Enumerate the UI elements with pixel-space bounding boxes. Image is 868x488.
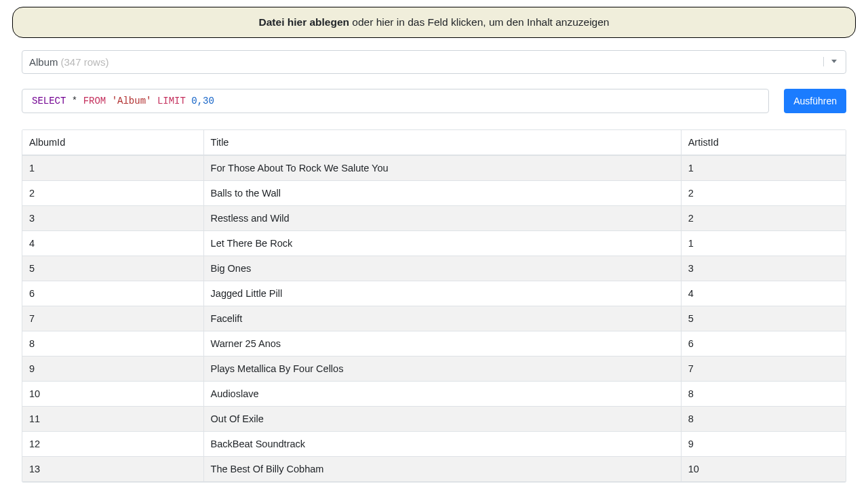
table-row[interactable]: 11Out Of Exile8	[22, 406, 846, 431]
table-cell: 8	[22, 331, 203, 356]
table-cell: 6	[22, 281, 203, 306]
table-row[interactable]: 7Facelift5	[22, 306, 846, 331]
table-row[interactable]: 5Big Ones3	[22, 256, 846, 281]
table-cell: 1	[681, 230, 846, 256]
run-query-button[interactable]: Ausführen	[784, 89, 846, 113]
table-cell: The Best Of Billy Cobham	[203, 456, 681, 481]
table-row[interactable]: 1For Those About To Rock We Salute You1	[22, 155, 846, 181]
table-cell: 3	[681, 256, 846, 281]
table-select[interactable]: Album (347 rows)	[22, 50, 846, 74]
results-table: AlbumId Title ArtistId 1For Those About …	[22, 130, 846, 482]
table-cell: BackBeat Soundtrack	[203, 431, 681, 456]
table-cell: 7	[681, 356, 846, 381]
table-cell: 2	[22, 180, 203, 205]
table-cell: Out Of Exile	[203, 406, 681, 431]
table-cell: 3	[22, 205, 203, 230]
chevron-down-icon	[823, 57, 839, 66]
dropzone-strong-text: Datei hier ablegen	[259, 16, 350, 28]
table-cell: 2	[681, 205, 846, 230]
table-cell: Let There Be Rock	[203, 230, 681, 256]
table-cell: 8	[681, 406, 846, 431]
table-cell: 6	[681, 331, 846, 356]
table-row[interactable]: 2Balls to the Wall2	[22, 180, 846, 205]
table-cell: Audioslave	[203, 381, 681, 406]
table-cell: Jagged Little Pill	[203, 281, 681, 306]
table-row[interactable]: 3Restless and Wild2	[22, 205, 846, 230]
table-row[interactable]: 6Jagged Little Pill4	[22, 281, 846, 306]
table-cell: Restless and Wild	[203, 205, 681, 230]
column-header[interactable]: Title	[203, 130, 681, 155]
table-cell: 1	[22, 155, 203, 181]
table-cell: 13	[22, 456, 203, 481]
column-header[interactable]: AlbumId	[22, 130, 203, 155]
table-select-rowcount: (347 rows)	[61, 55, 109, 69]
table-cell: Big Ones	[203, 256, 681, 281]
file-dropzone[interactable]: Datei hier ablegen oder hier in das Feld…	[12, 7, 856, 38]
table-cell: 9	[681, 431, 846, 456]
table-cell: 2	[681, 180, 846, 205]
table-cell: Warner 25 Anos	[203, 331, 681, 356]
table-cell: Plays Metallica By Four Cellos	[203, 356, 681, 381]
table-row[interactable]: 12BackBeat Soundtrack9	[22, 431, 846, 456]
table-cell: 4	[681, 281, 846, 306]
table-cell: 9	[22, 356, 203, 381]
table-cell: Facelift	[203, 306, 681, 331]
table-row[interactable]: 4Let There Be Rock1	[22, 230, 846, 256]
table-row[interactable]: 10Audioslave8	[22, 381, 846, 406]
table-row[interactable]: 9Plays Metallica By Four Cellos7	[22, 356, 846, 381]
sql-editor[interactable]: SELECT * FROM 'Album' LIMIT 0,30	[22, 89, 769, 113]
column-header[interactable]: ArtistId	[681, 130, 846, 155]
table-cell: 5	[681, 306, 846, 331]
table-cell: 7	[22, 306, 203, 331]
table-cell: 10	[681, 456, 846, 481]
table-cell: 8	[681, 381, 846, 406]
dropzone-rest-text: oder hier in das Feld klicken, um den In…	[349, 16, 609, 28]
table-select-name: Album	[29, 55, 58, 69]
table-header-row: AlbumId Title ArtistId	[22, 130, 846, 155]
table-row[interactable]: 13The Best Of Billy Cobham10	[22, 456, 846, 481]
table-cell: Balls to the Wall	[203, 180, 681, 205]
table-cell: 4	[22, 230, 203, 256]
table-cell: 5	[22, 256, 203, 281]
table-cell: For Those About To Rock We Salute You	[203, 155, 681, 181]
table-cell: 1	[681, 155, 846, 181]
table-cell: 11	[22, 406, 203, 431]
table-row[interactable]: 8Warner 25 Anos6	[22, 331, 846, 356]
results-panel: AlbumId Title ArtistId 1For Those About …	[22, 129, 846, 483]
table-cell: 10	[22, 381, 203, 406]
table-cell: 12	[22, 431, 203, 456]
